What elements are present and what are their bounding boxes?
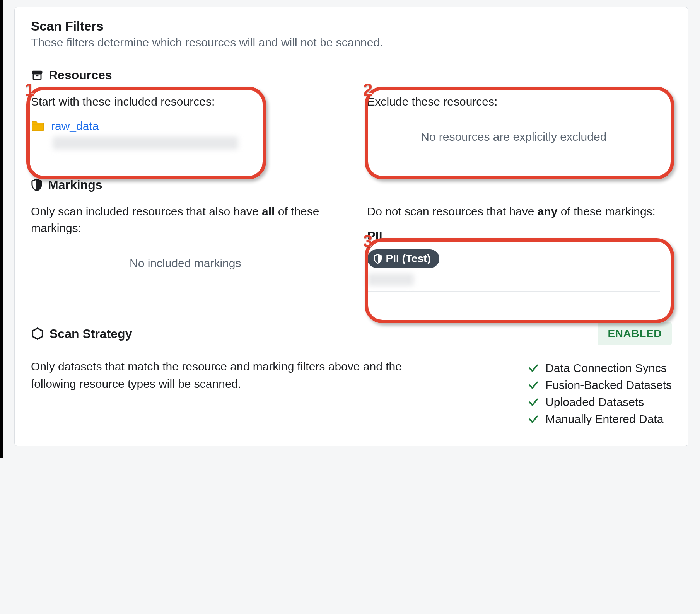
shield-icon (31, 178, 43, 191)
enabled-badge: ENABLED (598, 322, 672, 345)
list-item: Data Connection Syncs (528, 362, 672, 375)
check-icon (528, 379, 539, 391)
markings-label: Markings (31, 178, 672, 192)
strategy-item-label: Manually Entered Data (545, 413, 663, 426)
marking-chip-label: PII (Test) (386, 252, 431, 265)
list-item: Manually Entered Data (528, 413, 672, 426)
svg-rect-1 (33, 74, 41, 80)
markings-label-text: Markings (48, 178, 102, 192)
included-markings-heading: Only scan included resources that also h… (31, 203, 340, 237)
redacted-path (53, 136, 238, 150)
page-subtitle: These filters determine which resources … (31, 36, 672, 49)
excluded-markings-heading: Do not scan resources that have any of t… (367, 203, 661, 220)
page-title: Scan Filters (31, 19, 672, 34)
strategy-section: Scan Strategy ENABLED Only datasets that… (15, 310, 688, 446)
check-icon (528, 396, 539, 408)
marking-group-title: PII (367, 229, 661, 243)
resources-label: Resources (31, 68, 672, 82)
scan-filters-panel: Scan Filters These filters determine whi… (14, 7, 688, 446)
markings-section: Markings Only scan included resources th… (15, 166, 688, 311)
svg-rect-0 (32, 71, 42, 73)
strategy-types-list: Data Connection Syncs Fusion-Backed Data… (528, 358, 672, 430)
check-icon (528, 413, 539, 425)
resources-label-text: Resources (49, 68, 112, 82)
strategy-label-text: Scan Strategy (50, 327, 132, 341)
list-item: Fusion-Backed Datasets (528, 379, 672, 392)
list-item: Uploaded Datasets (528, 396, 672, 409)
included-resources-heading: Start with these included resources: (31, 93, 340, 110)
excluded-resources-col: Exclude these resources: No resources ar… (352, 93, 672, 150)
excluded-markings-col: Do not scan resources that have any of t… (352, 203, 672, 294)
resource-link-raw-data[interactable]: raw_data (51, 119, 99, 133)
included-markings-empty: No included markings (31, 246, 340, 270)
scan-filters-header: Scan Filters These filters determine whi… (15, 7, 688, 56)
resource-item[interactable]: raw_data (31, 119, 340, 133)
markings-columns: Only scan included resources that also h… (31, 203, 672, 294)
marking-chip-pii[interactable]: PII (Test) (367, 249, 439, 268)
resources-columns: Start with these included resources: raw… (31, 93, 672, 150)
strategy-label: Scan Strategy (31, 327, 132, 341)
excluded-resources-empty: No resources are explicitly excluded (367, 119, 661, 143)
included-markings-col: Only scan included resources that also h… (31, 203, 352, 294)
hexagon-icon (31, 327, 44, 340)
strategy-body: Only datasets that match the resource an… (31, 347, 672, 430)
shield-small-icon (374, 254, 382, 264)
included-resources-col: Start with these included resources: raw… (31, 93, 352, 150)
check-icon (528, 362, 539, 374)
strategy-header-row: Scan Strategy ENABLED (31, 322, 672, 345)
marking-group: PII PII (Test) (367, 229, 661, 292)
redacted-chip (367, 273, 414, 286)
resources-section: Resources Start with these included reso… (15, 56, 688, 166)
page-root: Scan Filters These filters determine whi… (0, 0, 700, 458)
strategy-description: Only datasets that match the resource an… (31, 358, 437, 392)
excluded-resources-heading: Exclude these resources: (367, 93, 661, 110)
strategy-item-label: Uploaded Datasets (545, 396, 644, 409)
strategy-item-label: Data Connection Syncs (545, 362, 667, 375)
strategy-item-label: Fusion-Backed Datasets (545, 379, 672, 392)
archive-box-icon (31, 69, 43, 82)
folder-icon (31, 120, 45, 132)
